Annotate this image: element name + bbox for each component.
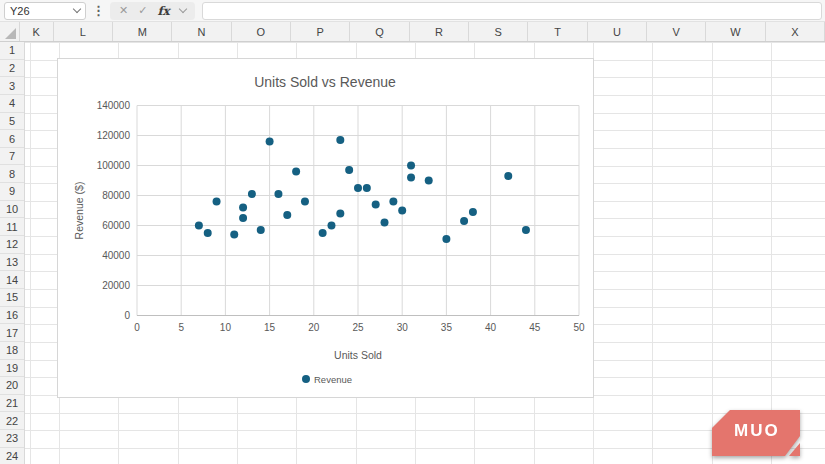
row-header-24[interactable]: 24 [0,448,24,464]
data-point [504,172,512,180]
row-header-3[interactable]: 3 [0,77,24,95]
data-point [336,136,344,144]
column-header-N[interactable]: N [172,22,231,41]
row-header-12[interactable]: 12 [0,236,24,254]
x-tick-label: 20 [308,322,320,333]
data-point [372,201,380,209]
row-header-7[interactable]: 7 [0,148,24,166]
x-tick-label: 5 [178,322,184,333]
column-header-L[interactable]: L [54,22,113,41]
worksheet: KLMNOPQRSTUVWX 1234567891011121314151617… [0,22,825,464]
data-point [248,190,256,198]
row-header-20[interactable]: 20 [0,377,24,395]
chart-title: Units Sold vs Revenue [254,74,396,90]
data-point [239,204,247,212]
y-tick-label: 140000 [97,100,131,111]
data-point [398,207,406,215]
row-header-23[interactable]: 23 [0,430,24,448]
column-header-U[interactable]: U [588,22,647,41]
column-header-M[interactable]: M [113,22,172,41]
column-header-S[interactable]: S [469,22,528,41]
data-point [319,229,327,237]
formula-bar-input[interactable] [202,2,822,20]
x-tick-label: 0 [134,322,140,333]
data-point [336,210,344,218]
y-tick-label: 40000 [102,250,130,261]
scatter-chart[interactable]: Units Sold vs Revenue0200004000060000800… [57,58,594,398]
name-box[interactable]: Y26 [4,2,86,20]
column-header-X[interactable]: X [766,22,825,41]
formula-toolbar: Y26 ⋮ ✕ ✓ fx [0,0,825,22]
data-point [204,229,212,237]
column-headers: KLMNOPQRSTUVWX [0,22,825,42]
row-header-21[interactable]: 21 [0,395,24,413]
data-point [354,184,362,192]
row-header-11[interactable]: 11 [0,218,24,236]
data-point [327,222,335,230]
row-header-17[interactable]: 17 [0,324,24,342]
row-header-19[interactable]: 19 [0,360,24,378]
x-tick-label: 40 [485,322,497,333]
data-point [522,226,530,234]
data-point [274,190,282,198]
data-point [363,184,371,192]
x-tick-label: 45 [529,322,541,333]
x-tick-label: 25 [352,322,364,333]
data-point [381,219,389,227]
column-header-R[interactable]: R [410,22,469,41]
x-tick-label: 35 [441,322,453,333]
data-point [442,235,450,243]
row-header-2[interactable]: 2 [0,60,24,78]
row-header-8[interactable]: 8 [0,165,24,183]
data-point [407,174,415,182]
column-header-K[interactable]: K [20,22,54,41]
row-header-4[interactable]: 4 [0,95,24,113]
row-header-14[interactable]: 14 [0,271,24,289]
column-header-V[interactable]: V [647,22,706,41]
name-box-chevron-icon[interactable] [73,5,81,13]
data-point [266,138,274,146]
formula-buttons-group: ✕ ✓ fx [110,2,195,20]
y-tick-label: 120000 [97,130,131,141]
row-header-13[interactable]: 13 [0,254,24,272]
insert-function-icon[interactable]: fx [157,4,169,18]
sheet-grid[interactable]: Units Sold vs Revenue0200004000060000800… [25,42,825,464]
row-header-9[interactable]: 9 [0,183,24,201]
fx-chevron-icon[interactable] [179,5,187,13]
row-header-18[interactable]: 18 [0,342,24,360]
x-tick-label: 50 [573,322,585,333]
confirm-icon[interactable]: ✓ [138,5,147,16]
x-tick-label: 10 [220,322,232,333]
data-point [345,166,353,174]
y-axis-title: Revenue ($) [73,182,85,240]
data-point [239,214,247,222]
y-tick-label: 20000 [102,280,130,291]
legend-label: Revenue [314,374,352,385]
y-tick-label: 80000 [102,190,130,201]
row-header-5[interactable]: 5 [0,113,24,131]
muo-watermark: MUO [712,410,800,456]
row-header-6[interactable]: 6 [0,130,24,148]
data-point [469,208,477,216]
cancel-icon[interactable]: ✕ [119,5,128,16]
column-header-O[interactable]: O [232,22,291,41]
row-header-15[interactable]: 15 [0,289,24,307]
data-point [292,168,300,176]
column-header-T[interactable]: T [528,22,587,41]
legend-marker-icon [302,375,310,383]
select-all-corner[interactable] [0,22,20,41]
column-header-P[interactable]: P [291,22,350,41]
data-point [230,231,238,239]
data-point [460,217,468,225]
row-headers: 123456789101112131415161718192021222324 [0,42,25,464]
row-header-16[interactable]: 16 [0,307,24,325]
data-point [425,177,433,185]
column-header-W[interactable]: W [706,22,765,41]
row-header-1[interactable]: 1 [0,42,24,60]
row-header-22[interactable]: 22 [0,412,24,430]
x-tick-label: 30 [397,322,409,333]
y-tick-label: 100000 [97,160,131,171]
row-header-10[interactable]: 10 [0,201,24,219]
column-header-Q[interactable]: Q [350,22,409,41]
muo-logo-text: MUO [734,421,780,441]
